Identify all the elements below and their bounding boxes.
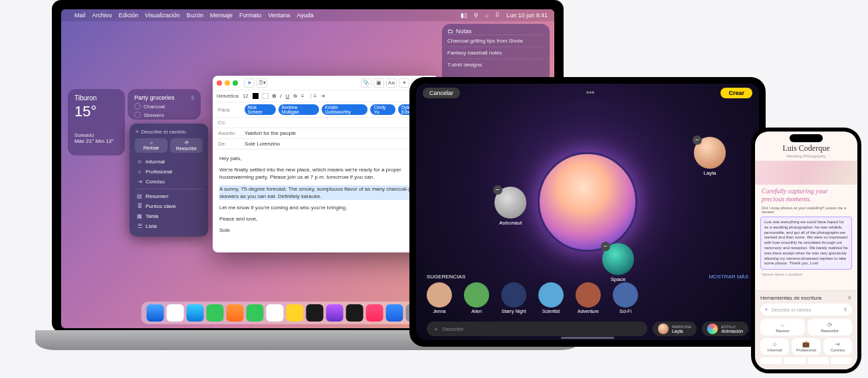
note-row[interactable]: Fantasy baseball notes — [447, 47, 544, 58]
suggestion-item[interactable]: Starry Night — [501, 282, 526, 314]
suggestion-item[interactable]: Adventure — [576, 282, 601, 314]
menu-help[interactable]: Ayuda — [297, 12, 314, 19]
preview-avatar[interactable] — [538, 152, 637, 252]
window-close-button[interactable] — [217, 80, 222, 86]
note-row[interactable]: Charcoal grilling tips from Shota — [447, 35, 544, 47]
reminder-item[interactable]: Skewers — [134, 112, 194, 118]
indent-button[interactable]: ⇥ — [320, 93, 325, 99]
dock-tv[interactable] — [346, 304, 364, 322]
attach-button[interactable]: 📎 — [361, 78, 372, 88]
menu-window[interactable]: Ventana — [269, 12, 290, 19]
show-more-link[interactable]: MOSTRAR MÁS — [708, 274, 748, 280]
weather-widget[interactable]: Tiburon 15° Soleado Máx 21° Mín 12° — [68, 89, 125, 155]
photo-button[interactable]: ▣ — [374, 78, 384, 88]
venue-field[interactable]: Venue name + location — [755, 271, 857, 278]
font-picker[interactable]: Helvetica — [217, 93, 239, 99]
suggestion-item[interactable]: Sci-Fi — [613, 282, 638, 314]
control-center-icon[interactable]: ⠿ — [495, 12, 500, 19]
describe-input[interactable]: ＋ Describir — [427, 322, 647, 336]
suggestion-item[interactable]: Alien — [464, 282, 489, 314]
menu-mailbox[interactable]: Buzón — [186, 12, 203, 19]
battery-icon[interactable]: ▮▯ — [461, 12, 467, 19]
font-size-picker[interactable]: 12 — [243, 93, 249, 99]
compose-body[interactable]: Hey pals, We're finally settled into the… — [213, 149, 439, 252]
list-button[interactable]: ⋮≡ — [308, 93, 317, 99]
remove-icon[interactable]: − — [493, 185, 502, 195]
wt-conciso-button[interactable]: ⇥Conciso — [823, 338, 852, 355]
format-button[interactable]: Aa — [386, 78, 397, 88]
dock-mail[interactable] — [187, 304, 204, 322]
more-icon[interactable]: ••• — [586, 88, 595, 98]
wt-informal-option[interactable]: ☺Informal — [135, 157, 203, 167]
remove-icon[interactable]: − — [601, 242, 610, 251]
italic-button[interactable]: I — [280, 93, 282, 99]
wifi-icon[interactable]: ⚲ — [474, 12, 479, 19]
persona-pill[interactable]: PERSONA Layla — [653, 322, 697, 336]
dock-safari[interactable] — [167, 304, 184, 322]
to-field[interactable]: Para: Nick Scheer Andrew Mulligan Kristi… — [213, 102, 439, 118]
menubar-clock[interactable]: Lun 10 jun 9:41 — [506, 12, 548, 19]
search-icon[interactable]: ⌕ — [485, 12, 488, 19]
dock-calendar[interactable] — [267, 304, 284, 322]
remove-icon[interactable]: − — [693, 136, 702, 145]
recipient-pill[interactable]: Andrew Mulligan — [278, 104, 319, 115]
notes-widget[interactable]: 🗀Notas Charcoal grilling tips from Shota… — [442, 24, 550, 82]
menu-view[interactable]: Visualización — [145, 12, 179, 19]
tag-astronaut[interactable]: − Astronaut — [494, 187, 526, 226]
bold-button[interactable]: B — [272, 93, 276, 99]
text-color-button[interactable] — [253, 93, 259, 99]
send-button[interactable]: ➤ — [244, 78, 255, 88]
plus-icon[interactable]: ＋ — [433, 326, 439, 333]
close-icon[interactable]: ✕ — [847, 295, 852, 301]
style-pill[interactable]: ESTILO Animación — [702, 322, 748, 336]
dock-messages[interactable] — [207, 304, 224, 322]
ai-button[interactable]: ✦ — [399, 78, 409, 88]
from-field[interactable]: De:Sole Lorenzino — [213, 139, 439, 149]
dock-music[interactable] — [366, 304, 383, 322]
menu-edit[interactable]: Edición — [119, 12, 139, 19]
subject-field[interactable]: Asunto:Yakitori for the people — [213, 128, 439, 139]
underline-button[interactable]: U — [286, 93, 290, 99]
wt-conciso-option[interactable]: ⇥Conciso — [135, 177, 203, 187]
wt-resumen-option[interactable]: ▤Resumen — [135, 191, 203, 201]
wt-puntos-option[interactable]: ≣Puntos clave — [135, 201, 203, 211]
strike-button[interactable]: S — [294, 93, 297, 99]
wt-review-button[interactable]: ⌕Revisar — [760, 319, 805, 335]
cancel-button[interactable]: Cancelar — [423, 88, 460, 98]
wt-rewrite-button[interactable]: ⟳Reescribir — [170, 138, 203, 153]
menu-file[interactable]: Archivo — [92, 12, 112, 19]
dock-finder[interactable] — [147, 304, 164, 322]
wt-review-button[interactable]: ⌕Revisar — [135, 138, 167, 153]
menu-message[interactable]: Mensaje — [210, 12, 233, 19]
tag-layla[interactable]: − Layla — [694, 137, 726, 176]
wt-lista-option[interactable]: ☰Lista — [135, 221, 203, 231]
dock-facetime[interactable] — [247, 304, 264, 322]
dock-appstore[interactable] — [386, 304, 403, 322]
header-fields-button[interactable]: ☰▾ — [257, 78, 267, 88]
wt-describe-input[interactable]: ✦ Describe el cambio 🎙 — [760, 304, 852, 316]
wt-profesional-button[interactable]: 💼Profesional — [792, 338, 820, 355]
wt-rewrite-button[interactable]: ⟳Reescribir — [808, 319, 852, 335]
review-textarea[interactable]: Luis was everything we could have hoped … — [760, 217, 852, 270]
note-row[interactable]: T-shirt designs — [447, 58, 544, 70]
recipient-pill[interactable]: Kristin Goldsworthy — [322, 104, 368, 115]
create-button[interactable]: Crear — [720, 88, 752, 98]
menu-mail[interactable]: Mail — [74, 12, 86, 19]
dock-podcasts[interactable] — [326, 304, 344, 322]
wt-profesional-option[interactable]: ⌂Profesional — [135, 167, 203, 177]
bg-color-button[interactable] — [263, 93, 269, 99]
wt-tabla-option[interactable]: ▦Tabla — [135, 211, 203, 221]
dock-reminders[interactable] — [306, 304, 324, 322]
reminders-widget[interactable]: Party groceries 3 Charcoal Skewers — [128, 89, 201, 120]
recipient-pill[interactable]: Nick Scheer — [245, 104, 276, 115]
align-button[interactable]: ≡ — [301, 93, 304, 99]
dock-photos[interactable] — [227, 304, 244, 322]
reminder-item[interactable]: Charcoal — [134, 103, 194, 110]
home-indicator[interactable] — [561, 337, 614, 339]
menu-format[interactable]: Formato — [239, 12, 262, 19]
suggestion-item[interactable]: Scientist — [538, 282, 564, 314]
dock-notes[interactable] — [286, 304, 304, 322]
window-zoom-button[interactable] — [233, 80, 238, 86]
mic-icon[interactable]: 🎙 — [843, 308, 848, 312]
recipient-pill[interactable]: Cindy Yu — [370, 104, 395, 115]
